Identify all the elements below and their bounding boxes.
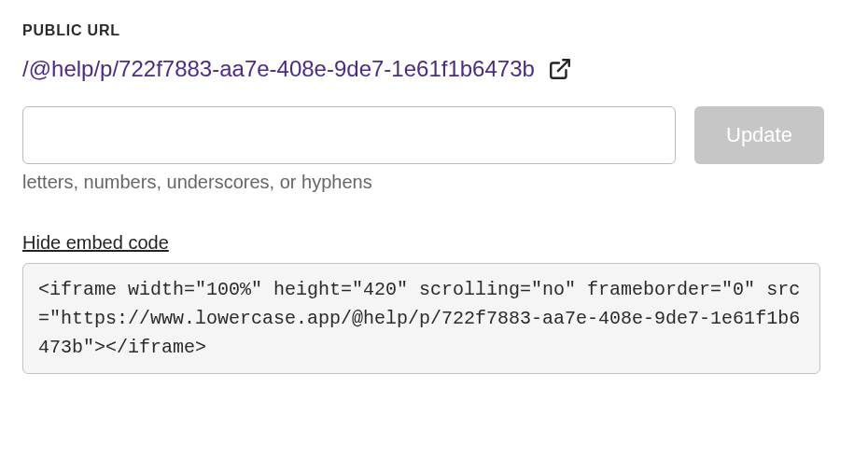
update-button[interactable]: Update (694, 106, 824, 164)
toggle-embed-link[interactable]: Hide embed code (22, 232, 169, 254)
public-url-link[interactable]: /@help/p/722f7883-aa7e-408e-9de7-1e61f1b… (22, 56, 535, 82)
embed-code-box[interactable]: <iframe width="100%" height="420" scroll… (22, 263, 820, 374)
public-url-row: /@help/p/722f7883-aa7e-408e-9de7-1e61f1b… (22, 56, 846, 82)
input-helper-text: letters, numbers, underscores, or hyphen… (22, 172, 846, 193)
url-slug-input[interactable] (22, 106, 676, 164)
section-label: PUBLIC URL (22, 22, 846, 39)
url-input-row: Update (22, 106, 846, 164)
external-link-icon[interactable] (548, 57, 572, 81)
svg-line-0 (558, 60, 569, 71)
